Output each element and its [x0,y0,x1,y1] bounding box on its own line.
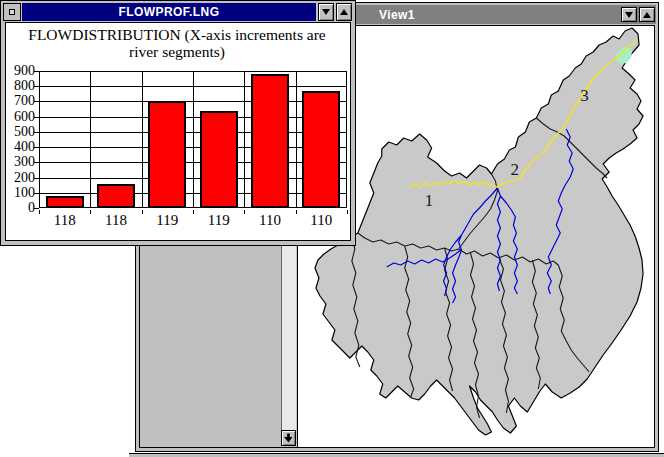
maximize-icon [340,9,348,15]
x-gridline [193,72,194,207]
chart-minimize-button[interactable] [318,3,334,21]
x-tick-label: 110 [244,212,295,229]
minimize-icon [322,9,330,15]
chart-maximize-button[interactable] [336,3,352,21]
control-menu-button[interactable] [3,3,21,21]
x-tick-label: 118 [39,212,90,229]
bar [200,111,238,208]
chart-title: FLOWDISTRIBUTION (X-axis increments are … [12,26,342,60]
plot-area [39,71,347,208]
chart-area: FLOWDISTRIBUTION (X-axis increments are … [5,22,351,241]
x-gridline [142,72,143,207]
x-tick-label: 119 [142,212,193,229]
region-label-2: 2 [510,160,518,179]
x-tick [347,210,348,214]
region-label-1: 1 [425,191,433,210]
chart-window-titlebar[interactable]: FLOWPROF.LNG [22,3,316,21]
y-tick-label: 300 [6,154,35,170]
bar [251,74,289,208]
bar [46,196,84,208]
y-tick-label: 500 [6,124,35,140]
x-tick-label: 118 [90,212,141,229]
chart-window: FLOWPROF.LNG FLOWDISTRIBUTION (X-axis in… [0,0,356,246]
x-tick-label: 119 [193,212,244,229]
x-tick-label: 110 [296,212,347,229]
chart-window-title: FLOWPROF.LNG [119,5,220,19]
view-minimize-button[interactable] [621,7,637,22]
x-gridline [90,72,91,207]
bar [302,91,340,208]
minimize-icon [625,12,633,18]
y-tick-label: 200 [6,170,35,186]
view-maximize-button[interactable] [639,7,655,22]
x-gridline [296,72,297,207]
y-tick-label: 600 [6,109,35,125]
scroll-down-button[interactable] [281,430,296,446]
background-window-edge [129,453,664,457]
desktop: View1 [0,0,664,457]
bar [148,101,186,208]
region-label-3: 3 [580,86,588,105]
control-menu-icon [9,9,15,15]
y-tick-label: 100 [6,185,35,201]
bar [97,184,135,208]
maximize-icon [643,12,651,18]
y-tick-label: 0 [6,200,35,216]
y-tick-label: 400 [6,139,35,155]
y-tick-label: 900 [6,63,35,79]
y-tick-label: 800 [6,78,35,94]
arrow-down-icon [284,433,293,443]
view-window-title: View1 [379,8,415,22]
x-gridline [244,72,245,207]
y-tick-label: 700 [6,93,35,109]
